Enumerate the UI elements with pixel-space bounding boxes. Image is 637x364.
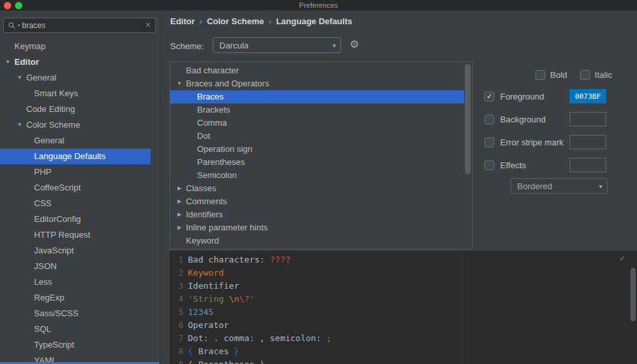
background-checkbox[interactable] — [484, 115, 494, 124]
preferences-window: Preferences ▾ ✕ Keymap▼Editor▼GeneralSma… — [0, 0, 637, 364]
element-item-braces[interactable]: Braces — [170, 90, 472, 103]
code-text: 12345 — [183, 306, 213, 319]
sidebar-item-sass-scss[interactable]: Sass/SCSS — [0, 306, 160, 321]
font-style-row: Bold Italic — [478, 68, 637, 81]
sidebar-item-label: Sass/SCSS — [34, 308, 79, 318]
element-item-identifiers[interactable]: ▶Identifiers — [170, 208, 472, 221]
italic-checkbox[interactable] — [580, 70, 590, 80]
sidebar-item-typescript[interactable]: TypeScript — [0, 337, 160, 353]
element-item-braces-and-operators[interactable]: ▼Braces and Operators — [170, 77, 472, 90]
background-color-swatch[interactable] — [570, 112, 606, 126]
sidebar-item-keymap[interactable]: Keymap — [0, 39, 160, 54]
sidebar-item-editorconfig[interactable]: EditorConfig — [0, 211, 160, 227]
sidebar-item-color-scheme[interactable]: ▼Color Scheme — [0, 117, 160, 133]
element-item-label: Classes — [186, 183, 216, 193]
error-stripe-mark-color-swatch[interactable] — [570, 135, 606, 149]
element-item-semicolon[interactable]: Semicolon — [170, 169, 472, 182]
line-number: 5 — [170, 306, 183, 319]
attribute-row-foreground: ✓Foreground0073BF — [478, 85, 637, 108]
element-item-dot[interactable]: Dot — [170, 130, 472, 143]
sidebar-item-label: Less — [34, 277, 52, 287]
sidebar-item-code-editing[interactable]: Code Editing — [0, 101, 160, 117]
chevron-right-icon[interactable]: ▶ — [175, 195, 184, 208]
element-item-keyword[interactable]: Keyword — [170, 234, 472, 247]
element-item-comma[interactable]: Comma — [170, 117, 472, 130]
sidebar-item-general[interactable]: General — [0, 133, 160, 149]
element-item-parentheses[interactable]: Parentheses — [170, 156, 472, 169]
code-segment: ) — [255, 359, 265, 364]
sidebar-item-json[interactable]: JSON — [0, 259, 160, 274]
chevron-right-icon[interactable]: ▶ — [175, 221, 184, 234]
scheme-settings-gear-icon[interactable]: ⚙ — [350, 38, 359, 50]
breadcrumb-item-language-defaults[interactable]: Language Defaults — [276, 16, 352, 26]
sidebar-item-label: Language Defaults — [34, 151, 105, 161]
breadcrumb-item-color-scheme[interactable]: Color Scheme — [207, 16, 264, 26]
element-item-inline-parameter-hints[interactable]: ▶Inline parameter hints — [170, 221, 472, 234]
bold-checkbox[interactable] — [536, 70, 545, 80]
element-item-label: Bad character — [186, 65, 239, 75]
effects-checkbox[interactable] — [484, 160, 494, 170]
italic-label: Italic — [594, 70, 612, 80]
sidebar-item-general[interactable]: ▼General — [0, 70, 160, 86]
code-segment: \n — [229, 294, 240, 304]
sidebar-item-label: General — [26, 73, 56, 82]
preview-lines: 1Bad characters: ????2Keyword3Identifier… — [170, 253, 637, 364]
effects-color-swatch[interactable] — [570, 158, 606, 172]
error-stripe-mark-checkbox[interactable] — [484, 137, 494, 147]
element-list-scrollbar[interactable] — [465, 64, 471, 174]
code-segment: ; — [326, 333, 331, 343]
zoom-window-button[interactable] — [15, 2, 22, 9]
sidebar-item-label: JSON — [34, 261, 57, 271]
search-field[interactable]: ▾ ✕ — [3, 18, 156, 33]
element-item-label: Keyword — [186, 236, 219, 246]
no-problems-check-icon: ✓ — [620, 253, 625, 263]
effects-type-select[interactable]: Bordered ▾ — [511, 178, 608, 194]
element-item-label: Operation sign — [197, 144, 253, 154]
sidebar-item-smart-keys[interactable]: Smart Keys — [0, 86, 160, 101]
element-item-label: Parentheses — [197, 157, 245, 167]
element-item-label: Braces and Operators — [186, 79, 269, 88]
chevron-down-icon[interactable]: ▼ — [15, 117, 24, 133]
scheme-label: Scheme: — [170, 41, 204, 51]
editor-scrollbar[interactable] — [630, 268, 636, 321]
scheme-select[interactable]: Darcula ▾ — [213, 37, 341, 53]
element-item-comments[interactable]: ▶Comments — [170, 195, 472, 208]
element-item-label: Dot — [197, 131, 210, 141]
chevron-right-icon[interactable]: ▶ — [175, 208, 184, 221]
sidebar-item-http-request[interactable]: HTTP Request — [0, 227, 160, 243]
element-item-label: Braces — [197, 92, 223, 101]
chevron-down-icon[interactable]: ▼ — [15, 70, 24, 86]
element-item-classes[interactable]: ▶Classes — [170, 182, 472, 195]
foreground-color-swatch[interactable]: 0073BF — [570, 89, 606, 103]
element-item-bad-character[interactable]: Bad character — [170, 64, 472, 77]
clear-search-icon[interactable]: ✕ — [145, 21, 151, 29]
line-number: 6 — [170, 319, 183, 332]
foreground-checkbox[interactable]: ✓ — [484, 92, 494, 101]
sidebar-item-php[interactable]: PHP — [0, 164, 160, 180]
search-input[interactable] — [22, 21, 143, 30]
background-label: Background — [500, 115, 545, 124]
sidebar-item-language-defaults[interactable]: Language Defaults — [0, 149, 160, 164]
line-number: 7 — [170, 332, 183, 345]
sidebar-item-coffeescript[interactable]: CoffeeScript — [0, 180, 160, 196]
sidebar-item-javascript[interactable]: JavaScript — [0, 243, 160, 259]
sidebar-item-sql[interactable]: SQL — [0, 321, 160, 337]
sidebar-item-css[interactable]: CSS — [0, 196, 160, 211]
breadcrumb-item-editor[interactable]: Editor — [170, 16, 195, 26]
chevron-down-icon[interactable]: ▼ — [3, 54, 12, 70]
sidebar-item-less[interactable]: Less — [0, 274, 160, 290]
sidebar-item-editor[interactable]: ▼Editor — [0, 54, 160, 70]
sidebar-item-label: Code Editing — [26, 104, 75, 114]
window-title: Preferences — [299, 1, 338, 9]
search-history-arrow-icon[interactable]: ▾ — [18, 23, 20, 28]
sidebar-item-regexp[interactable]: RegExp — [0, 290, 160, 306]
element-item-brackets[interactable]: Brackets — [170, 103, 472, 117]
sidebar-item-label: Keymap — [14, 41, 46, 51]
chevron-down-icon[interactable]: ▼ — [175, 77, 184, 90]
chevron-right-icon[interactable]: ▶ — [175, 182, 184, 195]
element-item-operation-sign[interactable]: Operation sign — [170, 143, 472, 156]
code-segment: Braces — [198, 346, 229, 356]
settings-sidebar: ▾ ✕ Keymap▼Editor▼GeneralSmart KeysCode … — [0, 10, 160, 364]
close-window-button[interactable] — [4, 2, 11, 9]
breadcrumb-separator: › — [200, 16, 202, 26]
